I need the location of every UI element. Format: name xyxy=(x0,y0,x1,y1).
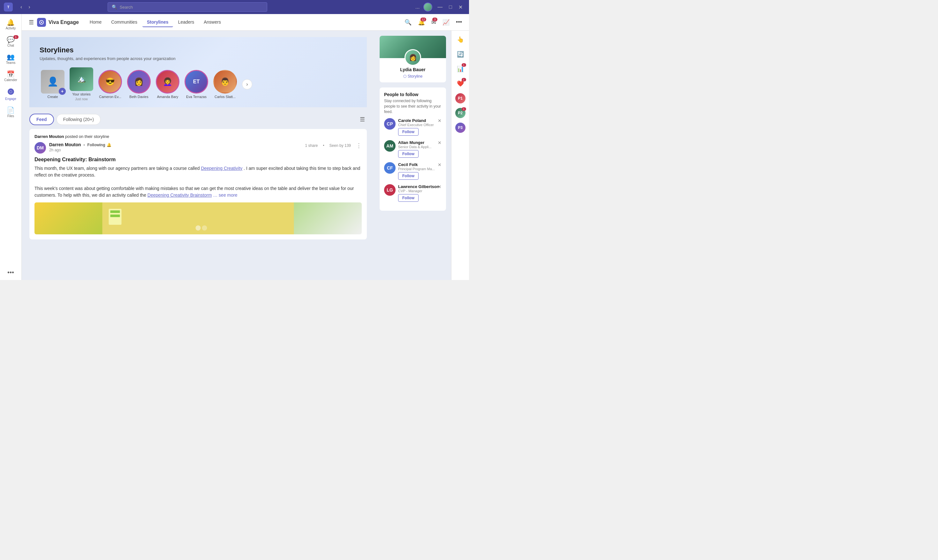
hamburger-button[interactable]: ☰ xyxy=(27,17,36,28)
following-badge: Following 🔔 xyxy=(88,143,111,147)
sidebar-item-label: Chat xyxy=(7,44,14,47)
dismiss-button-lawrence[interactable]: ✕ xyxy=(438,184,441,189)
story-carlos[interactable]: 👨 Carlos Slatt... xyxy=(212,70,238,98)
post-link-2[interactable]: Deepening Creativity Brainstorm xyxy=(148,192,212,198)
forward-button[interactable]: › xyxy=(26,3,32,11)
follow-button-lawrence[interactable]: Follow xyxy=(398,194,418,202)
post-author-link[interactable]: Darren Mouton xyxy=(34,134,64,139)
more-options-button[interactable]: ... xyxy=(414,3,421,11)
search-icon: 🔍 xyxy=(112,5,117,9)
far-right-heart-icon[interactable]: ❤️ 1 xyxy=(454,77,467,90)
brand: Viva Engage xyxy=(37,18,79,27)
far-right-chart-icon[interactable]: 📊 1 xyxy=(454,63,467,75)
post-author-info: DM Darren Mouton • Following 🔔 xyxy=(34,142,111,154)
tab-following[interactable]: Following (20+) xyxy=(57,114,101,125)
person-info-cecil: Cecil Folk Principal Program Ma... Follo… xyxy=(398,162,441,180)
nav-communities[interactable]: Communities xyxy=(107,18,142,27)
story-create[interactable]: 👤 + Create xyxy=(40,70,66,98)
post-title: Deepening Creativity: Brainstorm xyxy=(34,157,362,163)
sidebar-item-engage[interactable]: ⬡ Engage xyxy=(1,86,20,103)
story-your-stories[interactable]: 🏔️ Your stories Just now xyxy=(68,68,94,101)
filter-button[interactable]: ☰ xyxy=(358,114,367,125)
person-item-cecil: CF Cecil Folk Principal Program Ma... Fo… xyxy=(384,162,441,180)
far-right-avatar-3[interactable]: P3 xyxy=(454,122,467,134)
person-avatar-cecil[interactable]: CF xyxy=(384,162,395,174)
sidebar-item-teams[interactable]: 👥 Teams xyxy=(1,51,20,67)
person-role-carole: Chief Executive Officer xyxy=(398,123,441,127)
nav-leaders[interactable]: Leaders xyxy=(174,18,199,27)
story-beth-wrap: 👩 xyxy=(127,70,151,94)
svg-text:T: T xyxy=(7,5,9,9)
search-button[interactable]: 🔍 xyxy=(403,17,414,28)
messages-button[interactable]: ✉ 3 xyxy=(429,17,438,28)
far-right-avatar-2[interactable]: P2 1 xyxy=(454,107,467,119)
post-author-details: Darren Mouton • Following 🔔 2h ago xyxy=(49,142,111,152)
story-cameron[interactable]: 😎 Cameron Ev... xyxy=(97,70,123,98)
minimize-button[interactable]: — xyxy=(435,3,445,11)
far-right-heart-badge: 1 xyxy=(462,78,466,82)
sidebar-item-activity[interactable]: 🔔 Activity xyxy=(1,17,20,32)
story-carlos-wrap: 👨 xyxy=(213,70,237,94)
far-right-cursor-icon[interactable]: 👆 xyxy=(454,33,467,46)
storylines-subtitle: Updates, thoughts, and experiences from … xyxy=(40,56,357,61)
user-avatar-title[interactable] xyxy=(423,3,432,11)
story-eva[interactable]: ET Eva Terrazas xyxy=(183,70,209,98)
person-avatar-carole[interactable]: CP xyxy=(384,118,395,130)
nav-answers[interactable]: Answers xyxy=(199,18,225,27)
title-bar-nav: ‹ › xyxy=(18,3,33,11)
follow-button-allan[interactable]: Follow xyxy=(398,150,418,158)
far-right-avatar-1[interactable]: P1 xyxy=(454,92,467,105)
far-right-refresh-icon[interactable]: 🔄 xyxy=(454,48,467,61)
svg-point-11 xyxy=(196,225,201,231)
teams-icon: 👥 xyxy=(7,54,15,60)
story-amanda-label: Amanda Bary xyxy=(157,95,178,98)
tab-feed[interactable]: Feed xyxy=(29,114,54,125)
more-button[interactable]: ••• xyxy=(454,17,464,28)
post-link-1[interactable]: Deepening Creativity xyxy=(201,166,242,171)
notifications-button[interactable]: 🔔 12 xyxy=(416,17,427,28)
story-next-button[interactable]: › xyxy=(242,79,252,89)
follow-button-carole[interactable]: Follow xyxy=(398,128,418,136)
nav-home[interactable]: Home xyxy=(85,18,106,27)
story-amanda[interactable]: 👩‍🦱 Amanda Bary xyxy=(155,70,181,98)
sidebar-more-button[interactable]: ••• xyxy=(3,265,18,280)
sidebar-item-label: Activity xyxy=(6,26,16,30)
person-avatar-allan[interactable]: AM xyxy=(384,140,395,152)
sidebar-item-files[interactable]: 📄 Files xyxy=(1,105,20,120)
person-name-cecil: Cecil Folk xyxy=(398,162,441,167)
sidebar-item-label: Engage xyxy=(5,97,16,101)
post-seen-by: • xyxy=(323,143,324,148)
maximize-button[interactable]: □ xyxy=(446,3,455,11)
search-input[interactable] xyxy=(120,5,263,9)
story-carlos-label: Carlos Slatt... xyxy=(215,95,235,98)
story-create-plus-icon: + xyxy=(59,88,66,95)
post-header-text: Darren Mouton posted on their storyline xyxy=(34,134,362,139)
nav-storylines[interactable]: Storylines xyxy=(142,18,173,27)
sidebar-item-calendar[interactable]: 📅 Calender xyxy=(1,68,20,84)
story-eva-label: Eva Terrazas xyxy=(186,95,206,98)
post-more-button[interactable]: ⋮ xyxy=(356,142,362,149)
profile-storyline-link[interactable]: ⬡ Storyline xyxy=(383,74,442,78)
chart-button[interactable]: 📈 xyxy=(441,17,451,28)
back-button[interactable]: ‹ xyxy=(18,3,25,11)
follow-button-cecil[interactable]: Follow xyxy=(398,172,418,180)
person-item-carole: CP Carole Poland Chief Executive Officer… xyxy=(384,118,441,136)
post-seen-count: Seen by 139 xyxy=(329,143,351,148)
story-cameron-label: Cameron Ev... xyxy=(99,95,121,98)
dismiss-button-allan[interactable]: ✕ xyxy=(438,140,441,145)
post-meta-right: 1 share • Seen by 139 ⋮ xyxy=(305,142,362,149)
post-header-suffix: posted on their storyline xyxy=(65,134,109,139)
post-author-avatar[interactable]: DM xyxy=(34,142,46,154)
close-button[interactable]: ✕ xyxy=(456,3,465,11)
sidebar-item-chat[interactable]: 💬 1 Chat xyxy=(1,34,20,50)
sidebar-icons: 🔔 Activity 💬 1 Chat 👥 Teams 📅 Calender ⬡… xyxy=(0,14,22,280)
people-card: People to follow Stay connected by follo… xyxy=(380,88,446,211)
teams-logo: T xyxy=(4,3,13,11)
story-beth[interactable]: 👩 Beth Davies xyxy=(126,70,152,98)
dismiss-button-carole[interactable]: ✕ xyxy=(438,118,441,123)
people-title: People to follow xyxy=(384,92,441,97)
storylines-content: Storylines Updates, thoughts, and experi… xyxy=(40,46,357,101)
dismiss-button-cecil[interactable]: ✕ xyxy=(438,162,441,167)
profile-avatar[interactable]: 👩 xyxy=(404,49,421,66)
person-avatar-lawrence[interactable]: LG xyxy=(384,184,395,196)
